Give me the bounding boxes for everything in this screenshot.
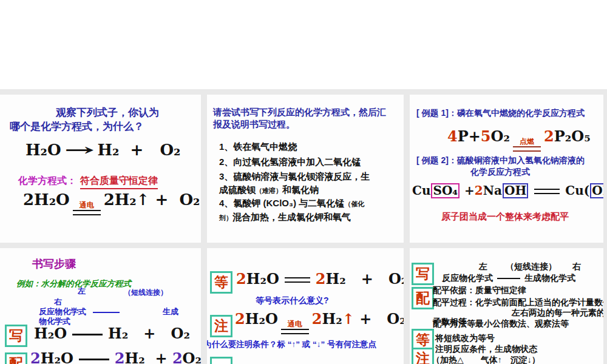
mark-note-line2: （加热△ 气体↑ 沉淀↓）	[432, 355, 540, 364]
slide2-title-line1: 请尝试书写下列反应的化学方程式，然后汇	[213, 107, 386, 118]
step-balance-box: 配	[5, 352, 27, 364]
slide-6[interactable]: 写 左 （短线连接） 右 反应物化学式生成物化学式 配 配平依据：质量守恒定律 …	[410, 248, 603, 364]
slide-4[interactable]: 书写步骤 例如：水分解的化学反应方程式 左 （短线连接） 右 反应物化学式 生成…	[0, 248, 201, 364]
hint-dash-line	[93, 312, 120, 313]
reaction-item-2: 2、向过氧化氢溶液中加入二氧化锰	[219, 157, 361, 168]
equation-h2o-balanced: 2H₂O通电2H₂↑ + O₂↑	[23, 190, 201, 215]
condition-question: 为什么要注明条件？标 “↑” 或 “↓” 号有何注意点	[207, 339, 376, 350]
equation-balance-step: 2H₂O2H₂ + 2O₂	[30, 349, 201, 364]
hint-left: 左	[78, 286, 86, 297]
equation-equals-step: 2H₂O2H₂ + O₂	[236, 270, 404, 288]
slide-3[interactable]: [ 例题 1]：磷在氧气中燃烧的化学反应方程式 4P+5O₂点燃2P₂O₅ [ …	[410, 95, 603, 243]
step-write-box: 写	[412, 263, 434, 285]
water-example-label: 例如：水分解的化学反应方程式	[16, 278, 131, 289]
step-write-box: 写	[5, 325, 27, 347]
equals-meaning-question: 等号表示什么意义?	[256, 295, 329, 306]
summary-short-line: （短线连接）	[506, 261, 557, 272]
chem-equation-label: 化学方程式：	[18, 175, 76, 187]
balance-process: 配平过程：化学式前面配上适当的化学计量数使	[433, 297, 603, 308]
slide-grid: 观察下列式子，你认为 哪个是化学方程式，为什么？ H₂O→H₂ + O₂ 化学方…	[0, 89, 607, 364]
step-mark-box: 注	[210, 315, 232, 337]
summary-formula-line: 反应物化学式生成物化学式	[442, 273, 575, 284]
reaction-item-1: 1、铁在氧气中燃烧	[219, 141, 297, 153]
slide-5[interactable]: 等 2H₂O2H₂ + O₂ 等号表示什么意义? 注 2H₂O通电2H₂↑ + …	[207, 248, 404, 364]
reaction-item-4-line2: 剂）混合加热，生成氯化钾和氧气	[219, 212, 351, 223]
slide-2[interactable]: 请尝试书写下列反应的化学方程式，然后汇 报及说明书写过程。 1、铁在氧气中燃烧 …	[207, 95, 404, 243]
balance-basis: 配平依据：质量守恒定律	[433, 285, 526, 296]
step-balance-box: 配	[412, 287, 434, 309]
slide1-title-line2: 哪个是化学方程式，为什么？	[10, 120, 144, 133]
slide2-title-line2: 报及说明书写过程。	[213, 119, 295, 130]
equation-h2o-unbalanced: H₂O→H₂ + O₂	[25, 141, 180, 159]
example2-title-line1: [ 例题 2]：硫酸铜溶液中加入氢氧化钠溶液的	[416, 155, 585, 166]
balance-method-overlay: 子数相等	[433, 317, 467, 328]
equation-mark-step: 2H₂O通电2H₂↑ + O₂↑	[235, 310, 404, 334]
mass-conservation-answer: 符合质量守恒定律	[80, 175, 158, 189]
reaction-item-3-line1: 3、硫酸钠溶液与氯化钡溶液反应，生	[219, 171, 370, 183]
slide-1[interactable]: 观察下列式子，你认为 哪个是化学方程式，为什么？ H₂O→H₂ + O₂ 化学方…	[0, 95, 201, 243]
hint-products-part1: 生成	[163, 306, 178, 317]
reaction-item-4-line1: 4、氯酸钾 (KClO₃) 与二氧化锰（催化	[219, 198, 364, 209]
example1-title: [ 例题 1]：磷在氧气中燃烧的化学反应方程式	[416, 108, 585, 119]
radical-balance-note: 原子团当成一个整体来考虑配平	[441, 211, 569, 223]
mark-note-line1: 注明反应条件，生成物状态	[435, 344, 537, 355]
hint-short-line: （短线连接）	[124, 288, 168, 298]
balance-process-cont: 左右两边的每一种元素的原	[512, 308, 603, 318]
equation-phosphorus: 4P+5O₂点燃2P₂O₅	[447, 127, 591, 152]
writing-steps-title: 书写步骤	[32, 257, 76, 271]
equals-note: 将短线改为等号	[435, 333, 495, 344]
equation-write-step: H₂OH₂ + O₂	[34, 325, 190, 342]
summary-right: 右	[572, 261, 581, 272]
summary-left: 左	[479, 261, 487, 272]
equation-cuso4-naoh: CuSO₄ +2NaOHCu(OH)₂↓+ Na₂SO₄	[412, 183, 603, 198]
step-equals-box: 等	[210, 271, 232, 294]
step-mark-box: 注	[412, 348, 434, 364]
slide1-title-line1: 观察下列式子，你认为	[56, 106, 159, 120]
example2-title-line2: 化学反应方程式	[470, 167, 530, 178]
partial-step-box	[210, 357, 232, 364]
reaction-item-3-line2: 成硫酸钡（难溶）和氯化钠	[219, 184, 319, 196]
